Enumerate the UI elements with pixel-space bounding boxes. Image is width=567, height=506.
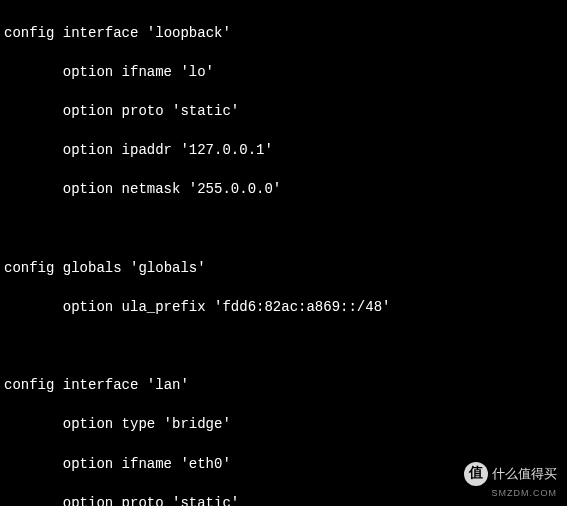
watermark-subtext: SMZDM.COM: [492, 487, 558, 500]
config-option: option proto 'static': [4, 494, 563, 506]
config-header: config interface 'loopback': [4, 24, 563, 44]
blank-line: [4, 337, 563, 357]
config-option: option ipaddr '127.0.0.1': [4, 141, 563, 161]
config-option: option type 'bridge': [4, 415, 563, 435]
watermark: 值 什么值得买: [464, 462, 557, 486]
config-option: option ifname 'lo': [4, 63, 563, 83]
config-option: option ula_prefix 'fdd6:82ac:a869::/48': [4, 298, 563, 318]
watermark-text: 什么值得买: [492, 465, 557, 483]
config-header: config interface 'lan': [4, 376, 563, 396]
config-option: option proto 'static': [4, 102, 563, 122]
config-header: config globals 'globals': [4, 259, 563, 279]
terminal-output: config interface 'loopback' option ifnam…: [4, 4, 563, 506]
watermark-logo-icon: 值: [464, 462, 488, 486]
blank-line: [4, 220, 563, 240]
config-option: option netmask '255.0.0.0': [4, 180, 563, 200]
